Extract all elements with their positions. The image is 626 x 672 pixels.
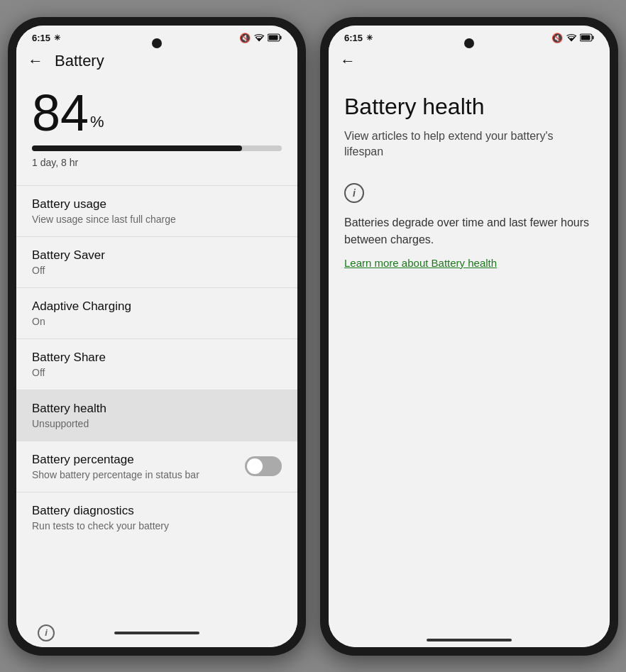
home-indicator-right[interactable]: [427, 639, 512, 641]
battery-bar-fill: [32, 145, 242, 151]
back-button-left[interactable]: ←: [28, 52, 43, 70]
battery-diagnostics-title: Battery diagnostics: [32, 504, 282, 518]
battery-health-item[interactable]: Battery health Unsupported: [16, 390, 297, 441]
battery-share-item[interactable]: Battery Share Off: [16, 339, 297, 390]
svg-rect-5: [581, 35, 591, 40]
time-left: 6:15: [32, 33, 50, 43]
battery-saver-title: Battery Saver: [32, 248, 282, 263]
asterisk-icon-right: ✳: [366, 33, 373, 43]
battery-percentage-toggle[interactable]: [245, 456, 282, 476]
svg-rect-4: [593, 36, 594, 40]
silent-icon-right: 🔇: [551, 33, 563, 43]
health-description: Batteries degrade over time and last few…: [344, 214, 594, 248]
status-left-left: 6:15 ✳: [32, 33, 60, 43]
adaptive-charging-subtitle: On: [32, 316, 282, 327]
phone-right: 6:15 ✳ 🔇 ←: [320, 17, 618, 656]
battery-saver-item[interactable]: Battery Saver Off: [16, 237, 297, 287]
camera-right: [464, 38, 474, 48]
battery-health-title: Battery health: [32, 402, 282, 416]
battery-health-subtitle: Unsupported: [32, 418, 282, 429]
battery-number: 84: [32, 87, 89, 138]
status-left-right: 6:15 ✳: [344, 33, 373, 43]
info-icon-left[interactable]: i: [38, 624, 55, 641]
bottom-bar-left: i: [16, 617, 297, 647]
status-right-right: 🔇: [551, 33, 594, 43]
battery-percentage-row[interactable]: Battery percentage Show battery percenta…: [16, 441, 297, 492]
svg-rect-2: [269, 35, 278, 40]
status-bar-left: 6:15 ✳ 🔇: [16, 26, 297, 46]
adaptive-charging-title: Adaptive Charging: [32, 299, 282, 314]
health-info-icon: i: [344, 183, 364, 203]
battery-diagnostics-subtitle: Run tests to check your battery: [32, 520, 282, 531]
home-indicator-left[interactable]: [114, 632, 199, 634]
svg-rect-1: [280, 36, 282, 40]
wifi-icon-right: [566, 33, 577, 42]
toggle-thumb: [247, 458, 263, 474]
bottom-bar-right: [329, 632, 610, 647]
phone-left: 6:15 ✳ 🔇 ←: [8, 17, 306, 656]
battery-percentage-text: Battery percentage Show battery percenta…: [32, 453, 245, 480]
silent-icon-left: 🔇: [239, 33, 251, 43]
nav-title-left: Battery: [55, 52, 104, 70]
battery-percentage-display: 84 %: [32, 87, 282, 138]
camera-dot-left: [152, 38, 162, 48]
status-bar-right: 6:15 ✳ 🔇: [329, 26, 610, 46]
camera-dot-right: [464, 38, 474, 48]
battery-bar-container: [32, 145, 282, 151]
back-button-right[interactable]: ←: [340, 52, 356, 70]
battery-hero: 84 % 1 day, 8 hr: [16, 76, 297, 185]
top-nav-left: ← Battery: [16, 46, 297, 76]
health-screen-content: Battery health View articles to help ext…: [329, 76, 610, 632]
battery-saver-subtitle: Off: [32, 265, 282, 276]
battery-usage-item[interactable]: Battery usage View usage since last full…: [16, 186, 297, 236]
battery-diagnostics-item[interactable]: Battery diagnostics Run tests to check y…: [16, 492, 297, 543]
battery-usage-subtitle: View usage since last full charge: [32, 214, 282, 225]
learn-more-link[interactable]: Learn more about Battery health: [344, 257, 497, 269]
phone-left-screen: 6:15 ✳ 🔇 ←: [16, 26, 297, 647]
phone-right-screen: 6:15 ✳ 🔇 ←: [329, 26, 610, 647]
battery-share-title: Battery Share: [32, 351, 282, 365]
camera-left: [152, 38, 162, 48]
battery-icon-left: [268, 33, 282, 42]
health-info-icon-label: i: [353, 187, 356, 199]
wifi-icon-left: [253, 33, 265, 42]
adaptive-charging-item[interactable]: Adaptive Charging On: [16, 288, 297, 338]
battery-share-subtitle: Off: [32, 367, 282, 378]
battery-percentage-row-subtitle: Show battery percentage in status bar: [32, 469, 245, 480]
battery-icon-right: [580, 33, 594, 42]
time-right: 6:15: [344, 33, 363, 43]
battery-percentage-row-title: Battery percentage: [32, 453, 245, 467]
asterisk-icon-left: ✳: [54, 33, 60, 43]
health-subtitle: View articles to help extend your batter…: [344, 128, 594, 160]
screen-content-left: 84 % 1 day, 8 hr Battery usage View usag…: [16, 76, 297, 617]
battery-time: 1 day, 8 hr: [32, 157, 282, 168]
top-nav-right: ←: [329, 46, 610, 76]
battery-unit: %: [90, 113, 104, 131]
status-right-left: 🔇: [239, 33, 282, 43]
battery-usage-title: Battery usage: [32, 197, 282, 211]
health-title: Battery health: [344, 93, 594, 120]
